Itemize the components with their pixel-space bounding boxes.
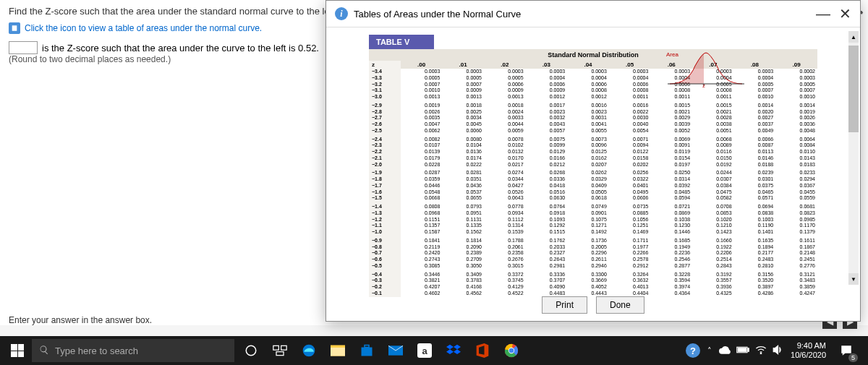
table-row: −2.30.01070.01040.01020.00990.00960.0094…	[369, 142, 817, 149]
battery-icon[interactable]	[736, 346, 749, 355]
value-cell: 0.0094	[609, 142, 651, 149]
value-cell: 0.0537	[442, 189, 484, 196]
start-button[interactable]	[3, 336, 32, 365]
value-cell: 0.1711	[609, 238, 651, 244]
z-cell: −1.0	[369, 229, 401, 238]
value-cell: 0.0618	[567, 195, 609, 204]
value-cell: 0.0013	[484, 94, 526, 103]
value-cell: 0.0049	[734, 128, 776, 137]
scrollbar-thumb[interactable]	[848, 46, 859, 132]
table-row: −0.60.27430.27090.26760.26430.26110.2578…	[369, 257, 817, 263]
edge-icon[interactable]	[295, 336, 323, 365]
z-table: z.00.01.02.03.04.05.06.07.08.09 −3.40.00…	[369, 61, 817, 297]
value-cell: 0.0351	[442, 176, 484, 183]
value-cell: 0.0314	[650, 176, 692, 183]
office-icon[interactable]	[469, 336, 496, 365]
scroll-down-button[interactable]: ▼	[848, 273, 859, 285]
notification-icon[interactable]: 5	[833, 336, 859, 365]
cortana-icon[interactable]	[237, 336, 265, 365]
value-cell: 0.0322	[609, 176, 651, 183]
table-row: −2.80.00260.00250.00240.00230.00230.0022…	[369, 109, 817, 116]
value-cell: 0.2148	[775, 250, 817, 257]
value-cell: 0.1977	[609, 244, 651, 251]
value-cell: 0.1867	[775, 244, 817, 251]
value-cell: 0.1736	[567, 238, 609, 244]
store-icon[interactable]	[353, 336, 380, 365]
dropbox-icon[interactable]	[440, 336, 467, 365]
taskbar-search[interactable]: Type here to search	[32, 339, 234, 362]
value-cell: 0.0096	[567, 142, 609, 149]
amazon-icon[interactable]: a	[411, 336, 438, 365]
minimize-button[interactable]: —	[816, 7, 830, 21]
value-cell: 0.0392	[650, 183, 692, 189]
value-cell: 0.3085	[401, 263, 443, 272]
table-row: −1.20.11510.11310.11120.10930.10750.1056…	[369, 217, 817, 223]
chrome-icon[interactable]	[498, 336, 525, 365]
mail-icon[interactable]	[382, 336, 409, 365]
value-cell: 0.0301	[734, 176, 776, 183]
value-cell: 0.0505	[567, 189, 609, 196]
value-cell: 0.4090	[526, 284, 568, 291]
tray-chevron-icon[interactable]: ˄	[707, 346, 712, 356]
search-icon	[39, 345, 49, 357]
answer-input[interactable]	[9, 41, 38, 54]
scroll-up-button[interactable]: ▲	[848, 31, 859, 43]
task-view-icon[interactable]	[266, 336, 294, 365]
value-cell: 0.3669	[567, 278, 609, 284]
value-cell: 0.0166	[526, 155, 568, 162]
value-cell: 0.0034	[442, 115, 484, 121]
scrollbar[interactable]: ▲ ▼	[848, 31, 859, 285]
search-placeholder: Type here to search	[55, 345, 138, 356]
onedrive-icon[interactable]	[719, 346, 731, 356]
svg-rect-9	[331, 348, 345, 356]
value-cell: 0.0202	[609, 162, 651, 171]
value-cell: 0.1660	[692, 238, 734, 244]
value-cell: 0.0012	[526, 94, 568, 103]
table-link[interactable]: Click the icon to view a table of areas …	[25, 23, 262, 33]
value-cell: 0.0256	[609, 170, 651, 176]
value-cell: 0.0013	[401, 94, 443, 103]
value-cell: 0.0080	[442, 137, 484, 143]
value-cell: 0.0007	[442, 82, 484, 88]
value-cell: 0.1762	[526, 238, 568, 244]
value-cell: 0.0516	[526, 189, 568, 196]
value-cell: 0.0011	[650, 94, 692, 103]
value-cell: 0.1587	[401, 229, 443, 238]
value-cell: 0.0060	[442, 128, 484, 137]
value-cell: 0.0057	[526, 128, 568, 137]
value-cell: 0.3707	[526, 278, 568, 284]
value-cell: 0.0010	[734, 94, 776, 103]
explorer-icon[interactable]	[324, 336, 352, 365]
normal-table-modal: i Tables of Areas under the Normal Curve…	[326, 0, 861, 322]
value-cell: 0.0113	[734, 149, 776, 155]
value-cell: 0.0158	[609, 155, 651, 162]
volume-icon[interactable]	[773, 345, 783, 356]
value-cell: 0.0054	[609, 128, 651, 137]
z-cell: −2.6	[369, 121, 401, 128]
value-cell: 0.0047	[401, 121, 443, 128]
value-cell: 0.0329	[567, 176, 609, 183]
value-cell: 0.0037	[734, 121, 776, 128]
value-cell: 0.3192	[692, 272, 734, 278]
value-cell: 0.0045	[442, 121, 484, 128]
svg-point-18	[509, 348, 514, 353]
z-cell: −2.1	[369, 155, 401, 162]
wifi-icon[interactable]	[755, 345, 767, 356]
print-button[interactable]: Print	[542, 296, 587, 314]
done-button[interactable]: Done	[596, 296, 644, 314]
close-button[interactable]: ✕	[839, 7, 851, 21]
book-icon[interactable]	[9, 22, 20, 34]
value-cell: 0.1446	[650, 229, 692, 238]
value-cell: 0.0007	[401, 82, 443, 88]
value-cell: 0.1788	[484, 238, 526, 244]
value-cell: 0.0043	[526, 121, 568, 128]
value-cell: 0.0026	[775, 115, 817, 121]
value-cell: 0.0143	[775, 155, 817, 162]
z-cell: −3.4	[369, 69, 401, 75]
table-row: −3.40.00030.00030.00030.00030.00030.0003…	[369, 69, 817, 75]
tray-help-icon[interactable]: ?	[686, 343, 700, 358]
clock[interactable]: 9:40 AM 10/6/2020	[791, 341, 826, 360]
z-cell: −0.7	[369, 250, 401, 257]
value-cell: 0.0281	[442, 170, 484, 176]
svg-rect-11	[365, 345, 369, 348]
